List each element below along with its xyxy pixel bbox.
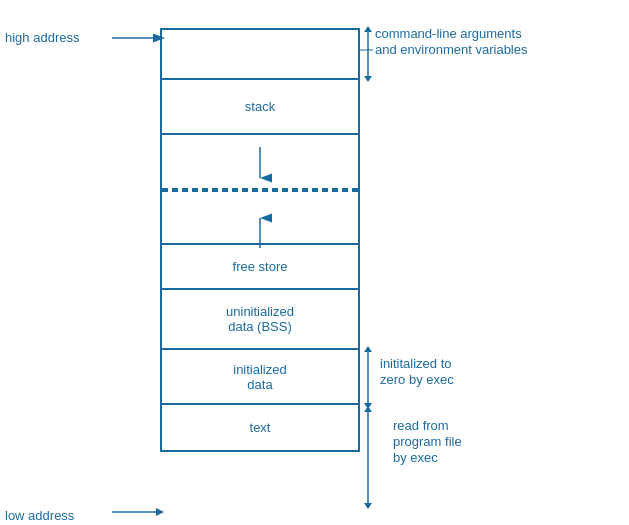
svg-text:by exec: by exec: [393, 450, 438, 465]
svg-text:program file: program file: [393, 434, 462, 449]
svg-text:and environment variables: and environment variables: [375, 42, 528, 57]
svg-text:inititalized  to: inititalized to: [380, 356, 452, 371]
uninit-label: uninitializeddata (BSS): [226, 304, 294, 334]
svg-text:low address: low address: [5, 508, 75, 523]
svg-marker-6: [364, 76, 372, 82]
memory-diagram: stack free store uninitializeddata (BSS)…: [0, 10, 629, 520]
initdata-label: initializeddata: [233, 362, 286, 392]
block-text: text: [162, 405, 358, 450]
block-initdata: initializeddata: [162, 350, 358, 405]
high-address-label: high address: [5, 30, 80, 45]
svg-marker-12: [364, 403, 372, 409]
block-heap-grow: [162, 190, 358, 245]
block-cmdline: [162, 30, 358, 80]
memory-column: stack free store uninitializeddata (BSS)…: [160, 28, 360, 452]
svg-text:zero by exec: zero by exec: [380, 372, 454, 387]
block-uninit: uninitializeddata (BSS): [162, 290, 358, 350]
svg-marker-16: [364, 406, 372, 412]
svg-text:command-line arguments: command-line arguments: [375, 26, 522, 41]
free-store-label: free store: [233, 259, 288, 274]
block-freestore: free store: [162, 245, 358, 290]
svg-marker-17: [364, 503, 372, 509]
block-stack: stack: [162, 80, 358, 135]
svg-marker-23: [156, 508, 164, 516]
text-label: text: [250, 420, 271, 435]
stack-label: stack: [245, 99, 275, 114]
svg-marker-11: [364, 346, 372, 352]
svg-text:read from: read from: [393, 418, 449, 433]
block-stack-grow: [162, 135, 358, 190]
svg-marker-5: [364, 26, 372, 32]
